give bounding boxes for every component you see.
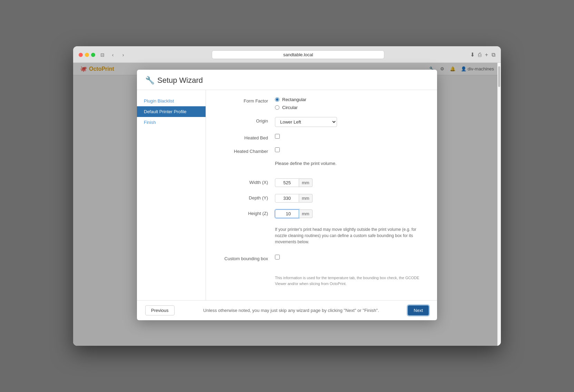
- heated-chamber-control: [275, 147, 423, 152]
- depth-control: mm: [275, 194, 423, 203]
- origin-control: Lower Left Upper Left Lower Right Upper …: [275, 117, 423, 127]
- browser-content: 🐙 OctoPrint 🔧 ⚙ 🔔 👤 div-machines 🔧 Setup…: [73, 63, 501, 346]
- heated-bed-control: [275, 134, 423, 139]
- browser-actions: ⬇ ⎙ + ⧉: [470, 51, 495, 58]
- heated-bed-label: Heated Bed: [220, 134, 275, 140]
- form-factor-row: Form Factor Rectangular Circular: [220, 97, 423, 110]
- width-input[interactable]: [275, 178, 299, 187]
- width-label: Width (X): [220, 178, 275, 185]
- bounding-box-helper-row: If your printer's print head may move sl…: [220, 225, 423, 248]
- origin-select[interactable]: Lower Left Upper Left Lower Right Upper …: [275, 117, 337, 127]
- form-factor-control: Rectangular Circular: [275, 97, 423, 110]
- depth-unit: mm: [299, 194, 313, 203]
- maximize-button[interactable]: [91, 53, 95, 57]
- sidebar-item-default-printer-profile[interactable]: Default Printer Profile: [137, 106, 206, 117]
- browser-chrome: ⊟ ‹ › sandtable.local ⬇ ⎙ + ⧉: [73, 46, 501, 63]
- download-icon[interactable]: ⬇: [470, 51, 475, 58]
- modal-title: 🔧 Setup Wizard: [145, 76, 429, 85]
- radio-rectangular[interactable]: Rectangular: [275, 97, 423, 102]
- modal-body: Plugin Blacklist Default Printer Profile…: [137, 90, 437, 300]
- tabs-icon[interactable]: ⧉: [492, 52, 495, 58]
- modal-footer: Previous Unless otherwise noted, you may…: [137, 300, 437, 320]
- share-icon[interactable]: ⎙: [478, 52, 482, 58]
- width-input-group: mm: [275, 178, 423, 187]
- depth-input[interactable]: [275, 194, 299, 203]
- origin-label: Origin: [220, 117, 275, 124]
- sidebar-item-plugin-blacklist[interactable]: Plugin Blacklist: [137, 96, 206, 106]
- custom-bounding-box-label: Custom bounding box: [220, 255, 275, 261]
- radio-circular[interactable]: Circular: [275, 105, 423, 110]
- radio-circular-input[interactable]: [275, 105, 279, 110]
- wizard-sidebar: Plugin Blacklist Default Printer Profile…: [137, 90, 206, 300]
- print-volume-info: Please define the print volume.: [275, 161, 423, 172]
- wizard-icon: 🔧: [145, 76, 155, 85]
- width-row: Width (X) mm: [220, 178, 423, 187]
- depth-label: Depth (Y): [220, 194, 275, 200]
- heated-bed-row: Heated Bed: [220, 134, 423, 140]
- depth-input-group: mm: [275, 194, 423, 203]
- height-control: mm: [275, 209, 423, 218]
- footer-info-text: This information is used for the tempera…: [275, 268, 423, 286]
- next-button[interactable]: Next: [408, 305, 429, 315]
- traffic-lights: [79, 53, 95, 57]
- height-input-group: mm: [275, 209, 423, 218]
- custom-bounding-box-control: [275, 255, 423, 259]
- radio-rectangular-input[interactable]: [275, 97, 279, 102]
- width-control: mm: [275, 178, 423, 187]
- heated-chamber-label: Heated Chamber: [220, 147, 275, 154]
- form-factor-label: Form Factor: [220, 97, 275, 104]
- custom-bounding-box-checkbox[interactable]: [275, 255, 280, 259]
- bounding-box-helper-spacer: [220, 225, 275, 226]
- new-tab-icon[interactable]: +: [485, 52, 488, 58]
- modal-overlay: 🔧 Setup Wizard Plugin Blacklist Default …: [73, 63, 501, 346]
- width-unit: mm: [299, 178, 313, 187]
- custom-bounding-box-row: Custom bounding box: [220, 255, 423, 261]
- print-volume-info-row: Please define the print volume.: [220, 161, 423, 172]
- depth-row: Depth (Y) mm: [220, 194, 423, 203]
- height-label: Height (Z): [220, 209, 275, 216]
- sidebar-toggle-icon[interactable]: ⊟: [99, 52, 106, 58]
- footer-info-row: This information is used for the tempera…: [220, 268, 423, 286]
- print-volume-info-spacer: [220, 161, 275, 162]
- footer-info-spacer: [220, 268, 275, 270]
- bounding-box-helper-text: If your printer's print head may move sl…: [275, 225, 423, 248]
- minimize-button[interactable]: [85, 53, 89, 57]
- sidebar-item-finish[interactable]: Finish: [137, 117, 206, 128]
- back-icon[interactable]: ‹: [110, 52, 116, 58]
- heated-bed-checkbox[interactable]: [275, 134, 280, 139]
- height-row: Height (Z) mm: [220, 209, 423, 218]
- url-display: sandtable.local: [283, 52, 313, 57]
- origin-row: Origin Lower Left Upper Left Lower Right…: [220, 117, 423, 127]
- setup-wizard-modal: 🔧 Setup Wizard Plugin Blacklist Default …: [137, 70, 437, 320]
- forward-icon[interactable]: ›: [120, 52, 126, 58]
- heated-chamber-checkbox[interactable]: [275, 147, 280, 152]
- modal-header: 🔧 Setup Wizard: [137, 70, 437, 90]
- close-button[interactable]: [79, 53, 83, 57]
- heated-chamber-row: Heated Chamber: [220, 147, 423, 154]
- address-bar[interactable]: sandtable.local: [212, 50, 384, 59]
- height-input[interactable]: [275, 209, 299, 218]
- footer-note: Unless otherwise noted, you may just ski…: [175, 308, 408, 313]
- browser-window: ⊟ ‹ › sandtable.local ⬇ ⎙ + ⧉ 🐙 OctoPrin…: [73, 46, 501, 346]
- height-unit: mm: [299, 209, 313, 218]
- previous-button[interactable]: Previous: [145, 305, 175, 315]
- wizard-content: Form Factor Rectangular Circular: [206, 90, 437, 300]
